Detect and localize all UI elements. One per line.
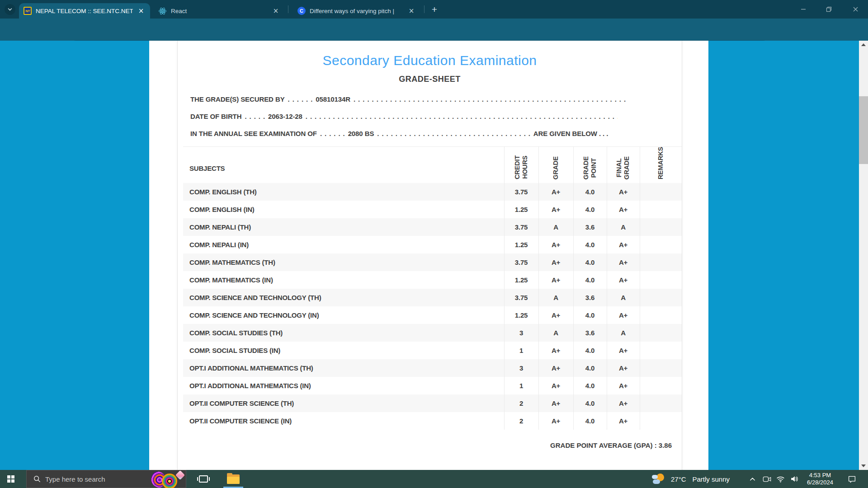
subject-cell: COMP. SOCIAL STUDIES (TH) xyxy=(183,324,504,342)
credit-hours-cell: 1 xyxy=(504,377,538,394)
search-input[interactable] xyxy=(45,475,131,483)
new-tab-button[interactable]: + xyxy=(429,4,440,15)
final-grade-cell: A xyxy=(607,289,640,306)
meet-now-button[interactable] xyxy=(760,470,773,488)
grade-cell: A+ xyxy=(538,342,573,359)
c-favicon: C xyxy=(297,7,306,15)
subject-cell: COMP. SCIENCE AND TECHNOLOGY (TH) xyxy=(183,289,504,306)
final-grade-cell: A+ xyxy=(607,306,640,324)
final-grade-cell: A+ xyxy=(607,394,640,412)
tab-title: React xyxy=(171,8,268,14)
grade-cell: A xyxy=(538,218,573,236)
final-grade-cell: A+ xyxy=(607,271,640,289)
final-grade-cell: A+ xyxy=(607,253,640,271)
tab-react[interactable]: React × xyxy=(154,3,285,19)
window-close-button[interactable] xyxy=(847,3,863,15)
partly-sunny-icon xyxy=(652,473,665,485)
remarks-cell xyxy=(640,218,682,236)
grade-point-cell: 4.0 xyxy=(573,271,607,289)
remarks-cell xyxy=(640,324,682,342)
grade-row: COMP. SOCIAL STUDIES (TH) 3 A 3.6 A xyxy=(183,324,682,342)
remarks-cell xyxy=(640,412,682,430)
final-grade-cell: A+ xyxy=(607,377,640,394)
remarks-cell xyxy=(640,342,682,359)
grade-row: OPT.I ADDITIONAL MATHEMATICS (IN) 1 A+ 4… xyxy=(183,377,682,394)
grade-cell: A+ xyxy=(538,201,573,218)
credit-hours-cell: 1.25 xyxy=(504,271,538,289)
final-grade-cell: A+ xyxy=(607,412,640,430)
grade-point-cell: 4.0 xyxy=(573,394,607,412)
final-grade-cell: A+ xyxy=(607,342,640,359)
scroll-down-arrow[interactable] xyxy=(859,462,868,470)
date-of-birth-value: 2063-12-28 xyxy=(268,113,302,120)
header-final-grade: FINAL GRADE xyxy=(607,147,640,183)
tab-search-button[interactable] xyxy=(5,4,15,15)
header-grade: GRADE xyxy=(538,147,573,183)
grade-point-cell: 3.6 xyxy=(573,324,607,342)
date-text: 6/28/2024 xyxy=(807,479,833,486)
grade-row: COMP. NEPALI (IN) 1.25 A+ 4.0 A+ xyxy=(183,236,682,253)
subject-cell: COMP. NEPALI (IN) xyxy=(183,236,504,253)
search-highlights-art[interactable] xyxy=(150,471,185,488)
tab-varying-pitch[interactable]: C Different ways of varying pitch | × xyxy=(293,3,420,19)
credit-hours-cell: 2 xyxy=(504,394,538,412)
grade-cell: A+ xyxy=(538,359,573,377)
grade-point-cell: 4.0 xyxy=(573,377,607,394)
wifi-button[interactable] xyxy=(774,470,787,488)
subject-cell: COMP. ENGLISH (TH) xyxy=(183,183,504,201)
tab-close-icon[interactable]: × xyxy=(137,6,146,15)
action-center-button[interactable] xyxy=(843,470,861,488)
taskbar-clock[interactable]: 4:53 PM 6/28/2024 xyxy=(801,470,839,488)
tab-nepal-telecom[interactable]: NT NEPAL TELECOM :: SEE.NTC.NET × xyxy=(19,3,150,19)
chevron-up-icon xyxy=(750,477,755,481)
gpa-line: GRADE POINT AVERAGE (GPA) : 3.86 xyxy=(178,441,672,449)
scrollbar-thumb[interactable] xyxy=(859,96,868,164)
credit-hours-cell: 3.75 xyxy=(504,218,538,236)
weather-description: Partly sunny xyxy=(693,475,730,483)
grade-cell: A xyxy=(538,289,573,306)
window-minimize-button[interactable] xyxy=(795,3,811,15)
subject-cell: OPT.I ADDITIONAL MATHEMATICS (TH) xyxy=(183,359,504,377)
wifi-icon xyxy=(776,476,785,483)
exam-year-line: IN THE ANNUAL SEE EXAMINATION OF. . . . … xyxy=(190,129,682,138)
tab-close-icon[interactable]: × xyxy=(271,6,280,15)
start-button[interactable] xyxy=(0,470,22,488)
windows-logo-icon xyxy=(7,475,14,483)
final-grade-cell: A xyxy=(607,218,640,236)
page-scrollbar[interactable] xyxy=(859,41,868,470)
react-favicon xyxy=(158,7,167,15)
file-explorer-button[interactable] xyxy=(223,470,243,488)
credit-hours-cell: 3.75 xyxy=(504,253,538,271)
grade-cell: A+ xyxy=(538,236,573,253)
grade-point-cell: 4.0 xyxy=(573,253,607,271)
subject-cell: COMP. NEPALI (TH) xyxy=(183,218,504,236)
task-view-button[interactable] xyxy=(193,470,213,488)
grade-point-cell: 4.0 xyxy=(573,412,607,430)
student-info: THE GRADE(S) SECURED BY. . . . . .058101… xyxy=(190,95,682,138)
tray-expand-button[interactable] xyxy=(746,470,759,488)
remarks-cell xyxy=(640,201,682,218)
windows-taskbar: B 27°C Partly sunny xyxy=(0,470,868,488)
grade-cell: A+ xyxy=(538,306,573,324)
tab-title: NEPAL TELECOM :: SEE.NTC.NET xyxy=(36,8,133,14)
credit-hours-cell: 2 xyxy=(504,412,538,430)
subject-cell: COMP. MATHEMATICS (TH) xyxy=(183,253,504,271)
weather-widget[interactable]: 27°C Partly sunny xyxy=(647,470,743,488)
window-restore-button[interactable] xyxy=(821,3,837,15)
credit-hours-cell: 1.25 xyxy=(504,236,538,253)
file-explorer-icon xyxy=(227,474,240,484)
header-remarks: REMARKS xyxy=(640,147,682,183)
scroll-up-arrow[interactable] xyxy=(859,41,868,49)
tab-close-icon[interactable]: × xyxy=(407,6,416,15)
grade-cell: A+ xyxy=(538,253,573,271)
final-grade-cell: A+ xyxy=(607,236,640,253)
volume-button[interactable] xyxy=(788,470,801,488)
taskbar-search[interactable] xyxy=(26,470,186,488)
grade-cell: A xyxy=(538,324,573,342)
subject-cell: OPT.II COMPUTER SCIENCE (IN) xyxy=(183,412,504,430)
remarks-cell xyxy=(640,183,682,201)
chevron-down-icon xyxy=(7,7,13,12)
grade-row: COMP. SCIENCE AND TECHNOLOGY (IN) 1.25 A… xyxy=(183,306,682,324)
page-title: Secondary Education Examination xyxy=(178,53,682,68)
remarks-cell xyxy=(640,271,682,289)
